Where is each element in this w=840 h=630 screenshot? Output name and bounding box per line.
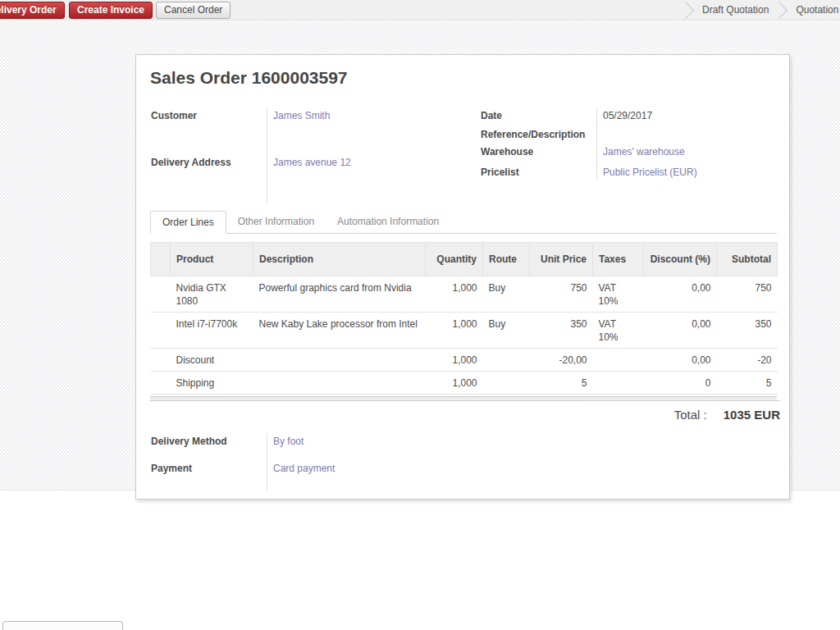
cell-discount: 0,00 <box>644 276 717 313</box>
cell-unit-price: 5 <box>530 372 593 395</box>
field-customer: Customer James Smith <box>151 109 422 122</box>
total-value: 1035 EUR <box>724 408 780 422</box>
cell-route <box>483 372 530 395</box>
cancel-order-button[interactable]: Cancel Order <box>156 2 231 19</box>
warehouse-label: Warehouse <box>481 145 596 158</box>
table-row[interactable]: Discount 1,000 -20,00 0,00 -20 <box>151 349 778 372</box>
field-group-bottom: Delivery Method By foot Payment Card pay… <box>151 435 422 489</box>
table-row[interactable]: Intel i7-i7700k New Kaby Lake processor … <box>151 313 778 349</box>
field-group-left: Customer James Smith Delivery Address Ja… <box>151 109 422 203</box>
cell-discount: 0 <box>644 372 717 395</box>
customer-label: Customer <box>151 109 267 122</box>
cell-quantity: 1,000 <box>426 276 483 313</box>
table-row[interactable]: Nvidia GTX 1080 Powerful graphics card f… <box>151 276 778 313</box>
cell-quantity: 1,000 <box>426 372 483 395</box>
total-label: Total : <box>674 408 707 422</box>
delivery-address-label: Delivery Address <box>151 156 267 169</box>
delivery-order-button[interactable]: Delivery Order <box>0 2 65 19</box>
row-handle <box>151 313 171 349</box>
date-value[interactable]: 05/29/2017 <box>596 109 652 122</box>
row-handle <box>151 349 171 372</box>
tab-other-information[interactable]: Other Information <box>226 211 326 234</box>
cell-description: New Kaby Lake processor from Intel <box>253 313 426 349</box>
column-header-unit-price: Unit Price <box>530 243 593 276</box>
pricelist-label: Pricelist <box>481 166 596 179</box>
cell-quantity: 1,000 <box>426 349 483 372</box>
column-header-description: Description <box>253 243 426 276</box>
cell-discount: 0,00 <box>644 313 717 349</box>
pricelist-value[interactable]: Public Pricelist (EUR) <box>596 166 697 179</box>
field-reference: Reference/Description <box>481 128 776 141</box>
table-row[interactable]: Shipping 1,000 5 0 5 <box>151 372 778 395</box>
row-handle <box>151 276 171 313</box>
handle-column-header <box>151 243 171 276</box>
field-separator-line <box>267 107 267 204</box>
create-invoice-button[interactable]: Create Invoice <box>69 2 153 19</box>
column-header-discount: Discount (%) <box>644 243 717 276</box>
tab-order-lines[interactable]: Order Lines <box>150 211 226 234</box>
cell-subtotal: 5 <box>717 372 778 395</box>
cell-unit-price: -20,00 <box>530 349 593 372</box>
customer-value[interactable]: James Smith <box>267 109 330 122</box>
field-pricelist: Pricelist Public Pricelist (EUR) <box>481 166 776 179</box>
cell-product: Intel i7-i7700k <box>171 313 253 349</box>
column-header-quantity: Quantity <box>426 243 483 276</box>
field-payment: Payment Card payment <box>151 462 422 475</box>
cell-description <box>253 349 426 372</box>
reference-label: Reference/Description <box>481 128 596 141</box>
delivery-method-value[interactable]: By foot <box>267 435 304 448</box>
cell-quantity: 1,000 <box>426 313 483 349</box>
sales-order-sheet: Sales Order 1600003597 Customer James Sm… <box>135 54 790 500</box>
delivery-method-label: Delivery Method <box>151 435 267 448</box>
cell-description <box>253 372 426 395</box>
cell-unit-price: 350 <box>530 313 593 349</box>
cell-taxes: VAT 10% <box>593 313 644 349</box>
top-control-bar: Delivery Order Create Invoice Cancel Ord… <box>0 0 840 21</box>
column-header-subtotal: Subtotal <box>717 243 778 276</box>
statusbar: Draft Quotation Quotation Sent <box>686 0 840 21</box>
cell-product: Discount <box>171 349 253 372</box>
notebook-tabs: Order Lines Other Information Automation… <box>150 211 777 234</box>
order-total: Total : 1035 EUR <box>585 400 780 422</box>
cell-product: Shipping <box>171 372 253 395</box>
cell-subtotal: -20 <box>717 349 778 372</box>
tab-automation-information[interactable]: Automation Information <box>326 211 450 234</box>
status-step-draft-quotation[interactable]: Draft Quotation <box>692 0 779 21</box>
field-delivery-method: Delivery Method By foot <box>151 435 422 448</box>
cell-route: Buy <box>483 313 530 349</box>
column-header-taxes: Taxes <box>593 243 644 276</box>
order-lines-table: Product Description Quantity Route Unit … <box>150 242 777 401</box>
date-label: Date <box>481 109 596 122</box>
form-view-background: Sales Order 1600003597 Customer James Sm… <box>0 21 840 491</box>
cell-product: Nvidia GTX 1080 <box>171 276 253 313</box>
field-group-right: Date 05/29/2017 Reference/Description Wa… <box>481 109 776 179</box>
row-handle <box>151 372 171 395</box>
field-delivery-address: Delivery Address James avenue 12 <box>151 156 422 169</box>
field-separator-line <box>596 107 597 180</box>
field-warehouse: Warehouse James' warehouse <box>481 145 776 158</box>
status-step-quotation-sent[interactable]: Quotation Sent <box>785 0 840 21</box>
column-header-route: Route <box>483 243 530 276</box>
field-date: Date 05/29/2017 <box>481 109 776 122</box>
field-separator-line <box>267 433 267 491</box>
cell-route: Buy <box>483 276 530 313</box>
warehouse-value[interactable]: James' warehouse <box>596 145 685 158</box>
delivery-address-value[interactable]: James avenue 12 <box>267 156 351 169</box>
cell-description: Powerful graphics card from Nvidia <box>253 276 426 313</box>
cell-unit-price: 750 <box>530 276 593 313</box>
cell-route <box>483 349 530 372</box>
page-title: Sales Order 1600003597 <box>150 68 348 88</box>
payment-value[interactable]: Card payment <box>267 462 335 475</box>
column-header-product: Product <box>171 243 253 276</box>
cell-subtotal: 750 <box>717 276 778 313</box>
cell-discount: 0,00 <box>644 349 717 372</box>
cell-taxes: VAT 10% <box>593 276 644 313</box>
cell-taxes <box>593 349 644 372</box>
table-header-row: Product Description Quantity Route Unit … <box>151 243 778 276</box>
cell-taxes <box>593 372 644 395</box>
partial-bottom-widget[interactable] <box>2 621 123 630</box>
payment-label: Payment <box>151 462 267 475</box>
cell-subtotal: 350 <box>717 313 778 349</box>
